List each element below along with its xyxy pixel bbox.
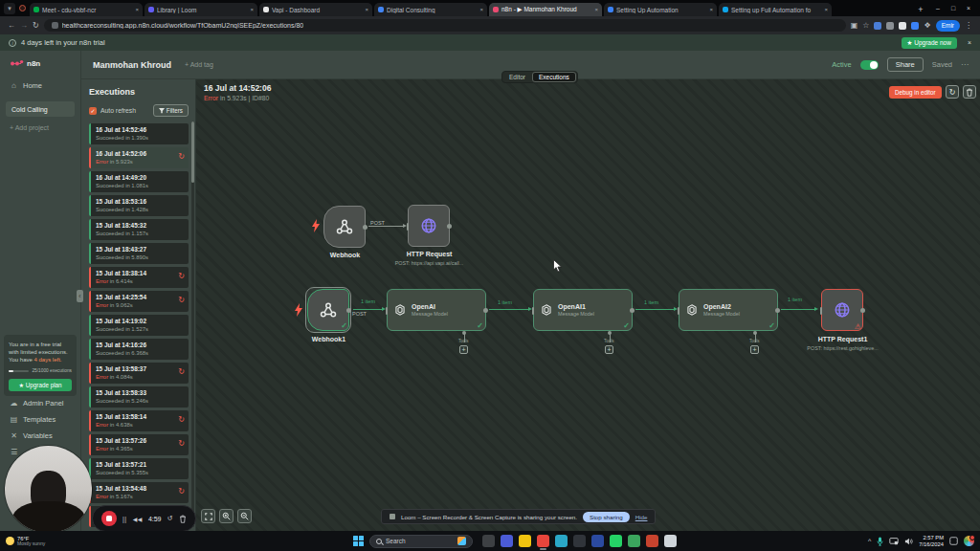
workflow-canvas[interactable]: 16 Jul at 14:52:06 Error in 5.923s | ID#… bbox=[196, 79, 980, 531]
taskbar-app-icon[interactable] bbox=[519, 535, 531, 547]
retry-icon[interactable]: ↻ bbox=[178, 297, 185, 304]
n8n-logo[interactable]: n8n bbox=[0, 51, 80, 77]
node-openai1[interactable]: OpenAI1 Message Model ✓ bbox=[533, 289, 633, 331]
webcam-overlay[interactable] bbox=[5, 446, 92, 533]
browser-tab[interactable]: Meet - cdu-vbbf-ncr × bbox=[30, 3, 143, 16]
tab-close-icon[interactable]: × bbox=[479, 7, 483, 12]
node-openai[interactable]: OpenAI Message Model ✓ bbox=[387, 289, 486, 331]
taskbar-search[interactable]: Search bbox=[369, 535, 473, 548]
output-connector[interactable] bbox=[447, 224, 452, 229]
microphone-icon[interactable] bbox=[877, 537, 883, 546]
execution-list-item[interactable]: 15 Jul at 18:38:14 Error in 6.414s ↻ bbox=[89, 267, 189, 288]
add-tool-button[interactable]: + bbox=[750, 345, 759, 354]
tab-close-icon[interactable]: × bbox=[250, 7, 254, 12]
taskbar-app-icon[interactable] bbox=[664, 535, 677, 547]
zoom-in-button[interactable] bbox=[219, 509, 234, 523]
taskbar-app-icon[interactable] bbox=[555, 535, 568, 547]
back-icon[interactable]: ← bbox=[8, 22, 15, 30]
execution-list-item[interactable]: 15 Jul at 13:58:37 Error in 4.084s ↻ bbox=[89, 363, 189, 384]
add-project-button[interactable]: + Add project bbox=[10, 124, 71, 131]
start-button[interactable] bbox=[353, 536, 365, 547]
executions-scrollbar[interactable] bbox=[191, 121, 194, 527]
output-connector[interactable] bbox=[346, 308, 351, 313]
execution-list-item[interactable]: 15 Jul at 13:58:33 Succeeded in 5.246s ↻ bbox=[89, 386, 189, 408]
cast-icon[interactable] bbox=[889, 538, 899, 545]
browser-tab[interactable]: Setting Up Automation × bbox=[604, 3, 717, 16]
retry-icon[interactable]: ↻ bbox=[178, 153, 185, 161]
refresh-execution-button[interactable]: ↻ bbox=[946, 85, 959, 99]
extensions-puzzle-icon[interactable]: ❖ bbox=[924, 22, 930, 30]
zoom-out-button[interactable] bbox=[237, 509, 252, 523]
tab-close-icon[interactable]: × bbox=[594, 7, 598, 12]
browser-menu-icon[interactable]: ⋮ bbox=[965, 22, 972, 30]
sidebar-project-cold-calling[interactable]: Cold Calling bbox=[6, 101, 75, 117]
execution-list-item[interactable]: 15 Jul at 13:54:48 Error in 5.167s ↻ bbox=[89, 482, 189, 503]
taskbar-app-icon[interactable] bbox=[482, 535, 495, 547]
minimize-button[interactable]: – bbox=[930, 0, 946, 16]
auto-refresh-checkbox[interactable]: ✓ bbox=[89, 107, 97, 115]
taskbar-app-icon[interactable] bbox=[573, 535, 586, 547]
execution-list-item[interactable]: 15 Jul at 14:19:02 Succeeded in 1.527s ↻ bbox=[89, 315, 189, 336]
debug-in-editor-button[interactable]: Debug in editor bbox=[889, 86, 942, 99]
execution-list-item[interactable]: 16 Jul at 14:49:20 Succeeded in 1.081s ↻ bbox=[89, 171, 189, 192]
output-connector[interactable] bbox=[630, 308, 635, 313]
execution-list-item[interactable]: 15 Jul at 14:25:54 Error in 9.062s ↻ bbox=[89, 291, 189, 312]
execution-list-item[interactable]: 15 Jul at 18:53:16 Succeeded in 1.428s ↻ bbox=[89, 195, 189, 216]
browser-tab[interactable]: n8n - ▶ Manmohan Khroud × bbox=[489, 3, 602, 16]
forward-icon[interactable]: → bbox=[20, 22, 28, 30]
add-tool-button[interactable]: + bbox=[605, 345, 613, 354]
output-connector[interactable] bbox=[775, 308, 780, 313]
close-button[interactable]: × bbox=[961, 0, 976, 16]
execution-list-item[interactable]: 16 Jul at 14:52:46 Succeeded in 1.390s ↻ bbox=[89, 123, 189, 144]
taskbar-app-icon[interactable] bbox=[537, 535, 549, 547]
taskbar-clock[interactable]: 2:57 PM 7/16/2024 bbox=[919, 535, 944, 547]
hide-notification-button[interactable]: Hide bbox=[635, 514, 648, 520]
sidebar-nav-item[interactable]: ☁ Admin Panel bbox=[0, 395, 80, 411]
execution-list-item[interactable]: 15 Jul at 13:58:14 Error in 4.638s ↻ bbox=[89, 410, 189, 431]
sidebar-nav-item[interactable]: ▤ Templates bbox=[0, 411, 80, 428]
node-http-request[interactable] bbox=[408, 205, 450, 247]
execution-list-item[interactable]: 15 Jul at 14:16:26 Succeeded in 6.368s ↻ bbox=[89, 339, 189, 360]
extension-icon[interactable] bbox=[886, 22, 894, 30]
zoom-to-fit-button[interactable] bbox=[201, 509, 215, 523]
restart-recording-icon[interactable]: ↺ bbox=[167, 515, 173, 522]
node-webhook[interactable] bbox=[323, 206, 366, 248]
sidebar-nav-item[interactable]: ✕ Variables bbox=[0, 428, 80, 444]
volume-icon[interactable] bbox=[904, 538, 913, 545]
tab-editor[interactable]: Editor bbox=[503, 73, 531, 81]
cast-icon[interactable]: ▣ bbox=[851, 22, 858, 30]
stop-recording-button[interactable] bbox=[101, 511, 117, 526]
banner-close-icon[interactable]: × bbox=[968, 39, 971, 46]
upgrade-now-button[interactable]: ★ Upgrade now bbox=[902, 37, 957, 49]
retry-icon[interactable]: ↻ bbox=[178, 440, 185, 448]
node-openai2[interactable]: OpenAI2 Message Model ✓ bbox=[679, 289, 778, 331]
scrollbar-thumb[interactable] bbox=[191, 121, 194, 183]
taskbar-app-icon[interactable] bbox=[591, 535, 604, 547]
browser-tab[interactable]: Vapi - Dashboard × bbox=[259, 3, 372, 16]
delete-execution-button[interactable] bbox=[963, 85, 976, 99]
active-toggle[interactable] bbox=[860, 60, 879, 70]
retry-icon[interactable]: ↻ bbox=[178, 488, 185, 496]
node-http-request1[interactable]: ⚠ bbox=[821, 289, 863, 331]
sidebar-collapse-handle[interactable]: ‹ bbox=[77, 290, 83, 302]
workflow-menu-icon[interactable]: ⋯ bbox=[961, 60, 969, 69]
execution-list-item[interactable]: 15 Jul at 13:57:26 Error in 4.365s ↻ bbox=[89, 434, 189, 455]
sidebar-item-home[interactable]: ⌂ Home bbox=[0, 77, 80, 94]
taskbar-app-icon[interactable] bbox=[610, 535, 622, 547]
execution-list-item[interactable]: 15 Jul at 18:45:32 Succeeded in 1.157s ↻ bbox=[89, 219, 189, 240]
profile-button[interactable]: Emir bbox=[936, 20, 960, 32]
rewind-icon[interactable]: ◀◀ bbox=[133, 516, 143, 522]
retry-icon[interactable]: ↻ bbox=[178, 273, 185, 280]
extension-icon[interactable] bbox=[874, 22, 881, 30]
new-tab-button[interactable]: + bbox=[915, 4, 926, 15]
widgets-badge-icon[interactable] bbox=[964, 536, 974, 546]
pause-icon[interactable]: || bbox=[122, 516, 127, 522]
execution-list-item[interactable]: 16 Jul at 14:52:06 Error in 5.923s ↻ bbox=[89, 147, 189, 168]
weather-widget[interactable]: 76°F Mostly sunny bbox=[6, 536, 45, 547]
execution-list-item[interactable]: 15 Jul at 13:57:21 Succeeded in 5.355s ↻ bbox=[89, 458, 189, 479]
maximize-button[interactable]: □ bbox=[946, 0, 961, 16]
execution-list-item[interactable]: 15 Jul at 18:43:27 Succeeded in 5.890s ↻ bbox=[89, 243, 189, 264]
browser-tab[interactable]: Library | Loom × bbox=[145, 3, 257, 16]
filters-button[interactable]: Filters bbox=[153, 104, 189, 117]
delete-recording-button[interactable] bbox=[179, 515, 187, 523]
